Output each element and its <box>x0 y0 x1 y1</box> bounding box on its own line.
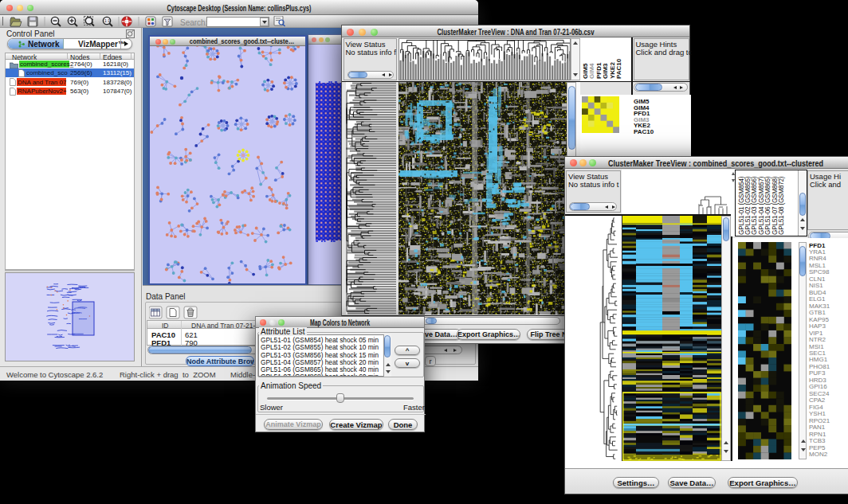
svg-text:1:1: 1:1 <box>104 18 110 23</box>
